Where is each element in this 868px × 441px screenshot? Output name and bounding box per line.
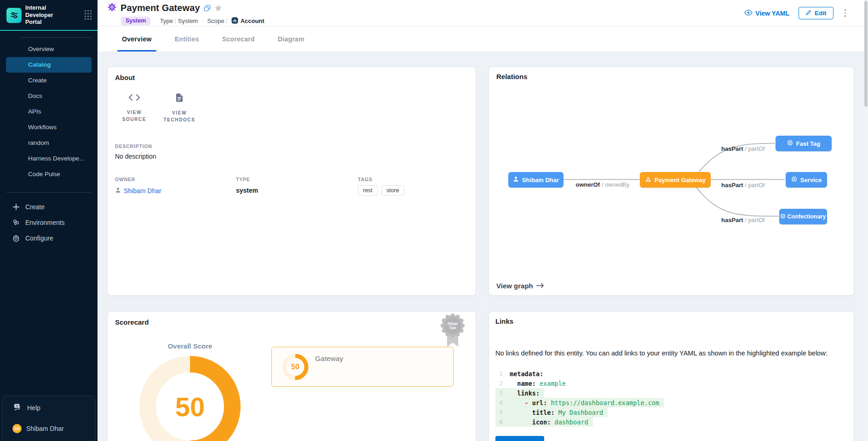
view-yaml-button[interactable]: View YAML <box>744 10 789 17</box>
type-meta: Type : System <box>160 17 198 24</box>
relation-node-payment-gateway[interactable]: Payment Gateway <box>640 172 711 188</box>
edit-button[interactable]: Edit <box>799 7 834 19</box>
edge-label-owner: ownerOf / ownedBy <box>575 181 631 188</box>
sidebar-configure-label: Configure <box>25 235 53 242</box>
relation-node-service[interactable]: Service <box>786 172 827 188</box>
sidebar: Internal Developer Portal Overview Catal… <box>0 0 98 441</box>
tags-field: TAGS rest store <box>358 177 468 195</box>
favorite-star-icon[interactable] <box>214 4 222 12</box>
type-label: TYPE <box>236 177 358 182</box>
person-icon <box>115 187 121 195</box>
relation-node-confectionary[interactable]: Confectionary <box>779 209 827 224</box>
sidebar-item-apis[interactable]: APIs <box>6 104 92 120</box>
kind-chip: System <box>121 17 150 25</box>
scrollbar-thumb[interactable] <box>864 1 868 107</box>
overall-score-gauge: 50 <box>139 356 241 441</box>
relation-node-label: Shibam Dhar <box>522 177 559 183</box>
user-menu[interactable]: SD Shibam Dhar <box>2 412 95 433</box>
sidebar-configure[interactable]: Configure <box>0 230 98 246</box>
scorecard-item-gateway[interactable]: 50 Gateway <box>271 347 454 387</box>
tag-chip-store: store <box>381 185 404 195</box>
portal-logo-icon <box>6 8 22 23</box>
read-more-button[interactable]: Read more <box>495 436 544 441</box>
tab-scorecard[interactable]: Scorecard <box>218 26 259 52</box>
entity-tabs: Overview Entities Scorecard Diagram <box>98 26 868 52</box>
more-options-kebab-icon[interactable] <box>843 7 848 19</box>
edge-label-haspart-bottom: hasPart / partOf <box>721 217 765 223</box>
sidebar-item-catalog[interactable]: Catalog <box>6 57 92 73</box>
yaml-example-code: 1 metadata: 2 name: example 3 <box>495 369 664 427</box>
sidebar-divider <box>6 192 91 193</box>
separator-dot: · <box>201 17 203 24</box>
edit-label: Edit <box>815 10 827 17</box>
line-number: 4 <box>495 399 503 406</box>
system-shapes-icon <box>645 176 651 184</box>
svg-text:Tier: Tier <box>449 326 456 330</box>
sidebar-item-harness-developer[interactable]: Harness Develope... <box>6 151 92 166</box>
svg-text:?: ? <box>16 405 17 408</box>
main-area: Payment Gateway System · Type : System <box>98 0 868 441</box>
sidebar-item-create[interactable]: Create <box>6 73 92 88</box>
view-yaml-label: View YAML <box>755 10 789 17</box>
sidebar-environments[interactable]: Environments <box>0 215 98 230</box>
chip-icon <box>787 140 793 147</box>
silver-tier-badge: Silver Tier <box>441 314 465 351</box>
scope-value: Account <box>241 17 264 24</box>
help-icon: ? <box>13 403 22 412</box>
entity-header: Payment Gateway System · Type : System <box>98 0 868 26</box>
eye-icon <box>744 10 753 17</box>
relations-card: Relations Shibam Dhar <box>489 67 854 296</box>
tab-overview[interactable]: Overview <box>117 26 156 52</box>
type-field: TYPE system <box>236 177 358 195</box>
help-button[interactable]: ? Help <box>2 396 95 412</box>
tab-entities[interactable]: Entities <box>170 26 204 52</box>
apps-grid-icon[interactable] <box>85 10 92 20</box>
environments-icon <box>12 218 20 226</box>
relation-node-label: Fast Tag <box>796 140 821 147</box>
sidebar-accent-divider <box>0 30 98 31</box>
separator-dot: · <box>154 17 156 24</box>
links-title: Links <box>495 317 847 325</box>
relation-node-label: Confectionary <box>787 213 826 220</box>
edge-label-haspart-top: hasPart / partOf <box>721 145 765 152</box>
scorecard-card: Scorecard Overall Score 50 <box>107 311 476 441</box>
gateway-score-value: 50 <box>282 354 309 380</box>
pencil-icon <box>805 10 811 17</box>
line-number: 6 <box>495 418 503 425</box>
links-empty-text: No links defined for this entity. You ca… <box>495 349 849 357</box>
copy-name-button[interactable] <box>204 5 211 11</box>
owner-link[interactable]: Shibam Dhar <box>124 187 161 195</box>
relation-node-owner[interactable]: Shibam Dhar <box>508 172 563 188</box>
sidebar-item-workflows[interactable]: Workflows <box>6 120 92 135</box>
nav-top-divider <box>21 37 91 38</box>
document-icon <box>176 93 183 104</box>
sidebar-item-random[interactable]: random <box>6 135 92 151</box>
sidebar-item-docs[interactable]: Docs <box>6 88 92 104</box>
relation-node-fast-tag[interactable]: Fast Tag <box>776 136 832 151</box>
code-line: 2 name: example <box>495 378 664 388</box>
view-source-button[interactable]: VIEW SOURCE <box>118 93 151 123</box>
view-techdocs-button[interactable]: VIEW TECHDOCS <box>163 93 196 123</box>
tag-chip-rest: rest <box>358 185 378 195</box>
overall-score-label: Overall Score <box>139 342 241 350</box>
type-value: system <box>236 187 358 194</box>
about-card: About VIEW SOURCE <box>107 67 476 296</box>
code-line: 6 icon: dashboard <box>495 417 664 427</box>
portal-title: Internal Developer Portal <box>25 5 68 26</box>
view-graph-link[interactable]: View graph <box>496 282 544 290</box>
arrow-right-icon <box>536 282 544 290</box>
tab-diagram[interactable]: Diagram <box>273 26 309 52</box>
sidebar-nav: Overview Catalog Create Docs APIs Workfl… <box>0 41 98 182</box>
sidebar-create-action[interactable]: Create <box>0 199 98 215</box>
person-icon <box>513 176 519 183</box>
avatar: SD <box>12 424 22 433</box>
edge-label-haspart-mid: hasPart / partOf <box>721 182 765 189</box>
owner-field: OWNER Shibam Dhar <box>115 177 236 195</box>
sidebar-item-overview[interactable]: Overview <box>6 41 92 57</box>
sidebar-item-code-pulse[interactable]: Code Pulse <box>6 166 92 182</box>
sidebar-bottom-panel: ? Help SD Shibam Dhar <box>2 395 96 441</box>
user-name: Shibam Dhar <box>26 425 64 432</box>
code-line: 3 links: <box>495 388 664 398</box>
line-number: 3 <box>495 389 503 396</box>
system-entity-icon <box>107 2 117 14</box>
